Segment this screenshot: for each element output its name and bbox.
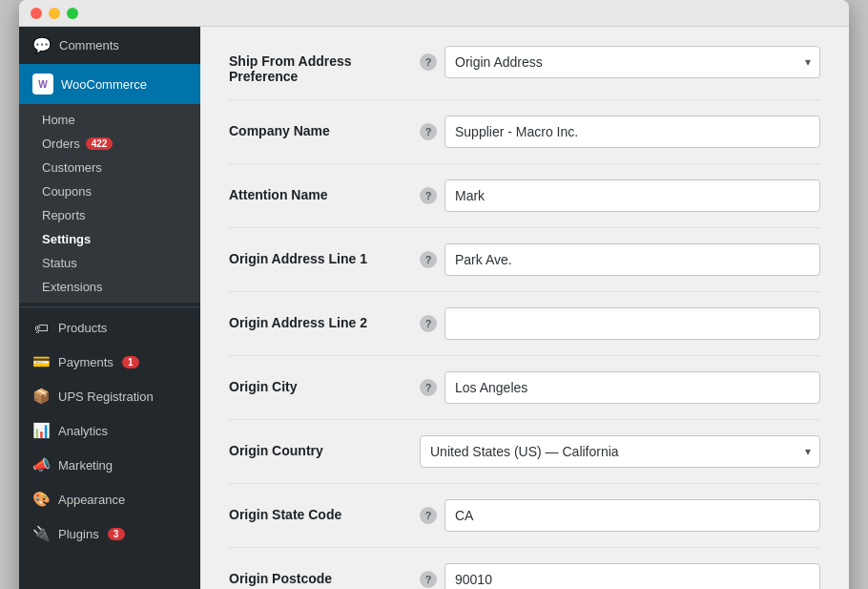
ups-label: UPS Registration	[58, 389, 154, 404]
reports-label: Reports	[42, 208, 86, 222]
customers-label: Customers	[42, 160, 102, 175]
sidebar: 💬 Comments W WooCommerce Home Orders 422…	[19, 27, 200, 589]
appearance-icon: 🎨	[32, 491, 50, 508]
postcode-field: ?	[420, 563, 820, 589]
form-row-state: Origin State Code ?	[229, 499, 820, 548]
state-field: ?	[420, 499, 820, 532]
form-row-address2: Origin Address Line 2 ?	[229, 307, 820, 356]
plugins-label: Plugins	[58, 527, 99, 541]
city-input[interactable]	[444, 371, 820, 404]
window-chrome	[19, 0, 849, 27]
marketing-icon: 📣	[32, 456, 50, 473]
main-window: 💬 Comments W WooCommerce Home Orders 422…	[19, 0, 849, 589]
sidebar-item-reports[interactable]: Reports	[19, 203, 200, 227]
comments-icon: 💬	[32, 36, 52, 54]
sidebar-item-woocommerce[interactable]: W WooCommerce	[19, 64, 200, 104]
city-label: Origin City	[229, 371, 420, 394]
address2-help-icon[interactable]: ?	[420, 315, 437, 332]
state-input[interactable]	[444, 499, 820, 532]
address2-label: Origin Address Line 2	[229, 307, 420, 330]
sidebar-item-orders[interactable]: Orders 422	[19, 132, 200, 156]
ship-from-select[interactable]: Origin Address Store Address Customer Ad…	[444, 46, 820, 78]
plugins-badge: 3	[108, 528, 125, 540]
form-row-ship-from: Ship From Address Preference ? Origin Ad…	[229, 46, 820, 100]
ship-from-select-wrapper: Origin Address Store Address Customer Ad…	[444, 46, 820, 78]
sidebar-divider-1	[19, 306, 200, 307]
form-row-company: Company Name ?	[229, 116, 820, 164]
sidebar-item-plugins[interactable]: 🔌 Plugins 3	[19, 516, 200, 551]
postcode-help-icon[interactable]: ?	[420, 571, 437, 588]
orders-label: Orders	[42, 137, 80, 151]
status-label: Status	[42, 256, 77, 270]
ups-icon: 📦	[32, 388, 50, 405]
home-label: Home	[42, 113, 75, 127]
app-layout: 💬 Comments W WooCommerce Home Orders 422…	[19, 27, 849, 589]
company-help-icon[interactable]: ?	[420, 123, 437, 140]
city-field: ?	[420, 371, 820, 404]
state-help-icon[interactable]: ?	[420, 507, 437, 524]
settings-label: Settings	[42, 232, 91, 246]
marketing-label: Marketing	[58, 458, 113, 473]
sidebar-item-settings[interactable]: Settings	[19, 227, 200, 251]
ship-from-field: ? Origin Address Store Address Customer …	[420, 46, 820, 78]
payments-icon: 💳	[32, 353, 50, 370]
sidebar-item-status[interactable]: Status	[19, 251, 200, 275]
country-select-wrapper: United States (US) — California Canada U…	[420, 435, 820, 468]
address1-help-icon[interactable]: ?	[420, 251, 437, 268]
sidebar-item-extensions[interactable]: Extensions	[19, 275, 200, 299]
address1-input[interactable]	[444, 243, 820, 276]
extensions-label: Extensions	[42, 280, 103, 294]
woo-logo: W	[32, 74, 53, 95]
address1-label: Origin Address Line 1	[229, 243, 420, 266]
address1-field: ?	[420, 243, 820, 276]
analytics-label: Analytics	[58, 424, 108, 438]
maximize-button[interactable]	[67, 8, 78, 19]
sidebar-item-appearance[interactable]: 🎨 Appearance	[19, 482, 200, 516]
state-label: Origin State Code	[229, 499, 420, 522]
coupons-label: Coupons	[42, 184, 92, 199]
country-label: Origin Country	[229, 435, 420, 458]
company-input[interactable]	[444, 116, 820, 148]
sidebar-item-customers[interactable]: Customers	[19, 156, 200, 179]
close-button[interactable]	[31, 8, 42, 19]
sidebar-item-comments[interactable]: 💬 Comments	[19, 27, 200, 64]
postcode-label: Origin Postcode	[229, 563, 420, 586]
form-row-attention: Attention Name ?	[229, 179, 820, 228]
country-select[interactable]: United States (US) — California Canada U…	[420, 435, 820, 468]
form-row-postcode: Origin Postcode ?	[229, 563, 820, 589]
sidebar-item-coupons[interactable]: Coupons	[19, 179, 200, 203]
form-row-country: Origin Country United States (US) — Cali…	[229, 435, 820, 484]
ship-from-label: Ship From Address Preference	[229, 46, 420, 84]
main-content: Ship From Address Preference ? Origin Ad…	[200, 27, 849, 589]
payments-label: Payments	[58, 355, 114, 369]
form-row-address1: Origin Address Line 1 ?	[229, 243, 820, 292]
postcode-input[interactable]	[444, 563, 820, 589]
company-field: ?	[420, 116, 820, 148]
products-label: Products	[58, 321, 107, 335]
sidebar-item-comments-label: Comments	[59, 38, 119, 53]
ship-from-help-icon[interactable]: ?	[420, 53, 437, 71]
woocommerce-label: WooCommerce	[61, 77, 147, 92]
sidebar-item-products[interactable]: 🏷 Products	[19, 311, 200, 345]
sidebar-item-payments[interactable]: 💳 Payments 1	[19, 345, 200, 379]
payments-badge: 1	[122, 356, 139, 368]
products-icon: 🏷	[32, 320, 50, 336]
orders-badge: 422	[86, 137, 114, 150]
attention-field: ?	[420, 179, 820, 212]
attention-label: Attention Name	[229, 179, 420, 202]
sidebar-item-ups[interactable]: 📦 UPS Registration	[19, 379, 200, 413]
address2-input[interactable]	[444, 307, 820, 340]
attention-help-icon[interactable]: ?	[420, 187, 437, 204]
appearance-label: Appearance	[58, 493, 125, 507]
company-label: Company Name	[229, 116, 420, 138]
country-field: United States (US) — California Canada U…	[420, 435, 820, 468]
minimize-button[interactable]	[49, 8, 60, 19]
sidebar-item-home[interactable]: Home	[19, 108, 200, 132]
city-help-icon[interactable]: ?	[420, 379, 437, 396]
sidebar-item-analytics[interactable]: 📊 Analytics	[19, 413, 200, 448]
sidebar-item-marketing[interactable]: 📣 Marketing	[19, 448, 200, 482]
attention-input[interactable]	[444, 179, 820, 212]
form-row-city: Origin City ?	[229, 371, 820, 420]
woocommerce-submenu: Home Orders 422 Customers Coupons Report…	[19, 104, 200, 303]
analytics-icon: 📊	[32, 422, 50, 439]
